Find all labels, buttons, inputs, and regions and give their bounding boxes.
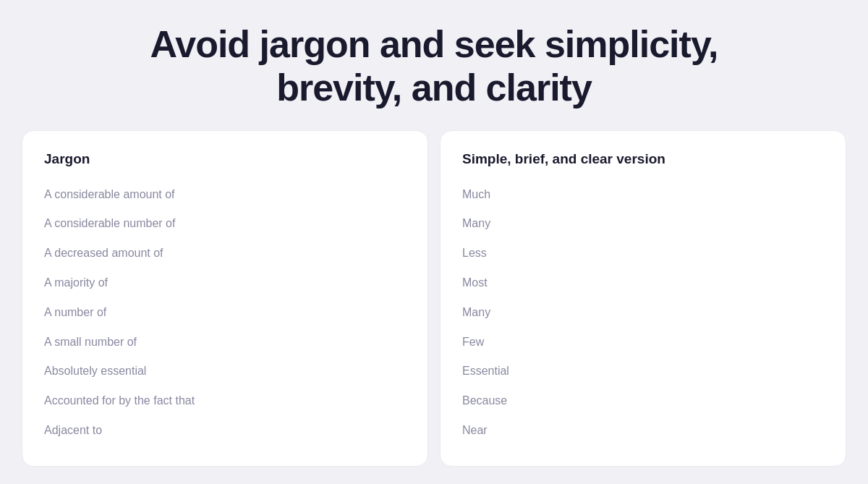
list-item: Few (462, 328, 824, 357)
jargon-card-title: Jargon (44, 151, 406, 167)
list-item: Much (462, 180, 824, 210)
list-item: A number of (44, 298, 406, 328)
list-item: Near (462, 416, 824, 446)
list-item: Many (462, 298, 824, 328)
list-item: A considerable number of (44, 209, 406, 239)
list-item: Essential (462, 357, 824, 386)
list-item: A small number of (44, 328, 406, 357)
list-item: Less (462, 239, 824, 268)
list-item: A considerable amount of (44, 180, 406, 210)
list-item: Adjacent to (44, 416, 406, 446)
page-header: Avoid jargon and seek simplicity, brevit… (0, 0, 868, 124)
jargon-card: Jargon A considerable amount of A consid… (22, 130, 428, 467)
page-title: Avoid jargon and seek simplicity, brevit… (14, 23, 854, 110)
list-item: A majority of (44, 268, 406, 298)
list-item: Many (462, 209, 824, 239)
footer: omnius ⊞ (0, 481, 868, 484)
simple-card-title: Simple, brief, and clear version (462, 151, 824, 167)
simple-card: Simple, brief, and clear version Much Ma… (440, 130, 846, 467)
cards-container: Jargon A considerable amount of A consid… (0, 124, 868, 481)
list-item: Most (462, 268, 824, 298)
list-item: A decreased amount of (44, 239, 406, 268)
list-item: Absolutely essential (44, 357, 406, 386)
list-item: Because (462, 386, 824, 416)
list-item: Accounted for by the fact that (44, 386, 406, 416)
